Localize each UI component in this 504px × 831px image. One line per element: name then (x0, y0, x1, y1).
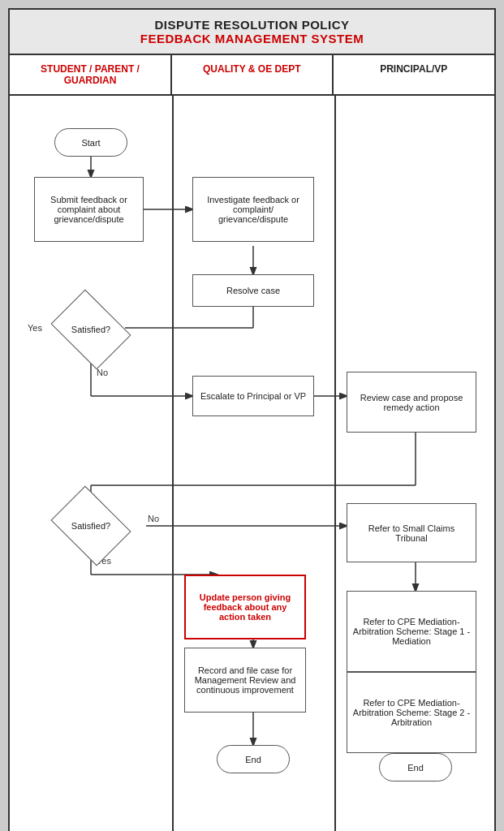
title-section: DISPUTE RESOLUTION POLICY FEEDBACK MANAG… (10, 10, 494, 55)
escalate-shape: Escalate to Principal or VP (192, 376, 314, 416)
satisfied1-shape: Satisfied? (57, 305, 125, 354)
resolve-shape: Resolve case (192, 274, 314, 307)
svg-text:Yes: Yes (28, 323, 42, 333)
col-header-principal: PRINCIPAL/VP (334, 55, 495, 94)
col-header-quality: QUALITY & OE DEPT (172, 55, 334, 94)
refer-cpe1-shape: Refer to CPE Mediation-Arbitration Schem… (347, 591, 476, 672)
svg-text:No: No (97, 368, 108, 377)
diagram-container: DISPUTE RESOLUTION POLICY FEEDBACK MANAG… (8, 8, 496, 831)
title-sub: FEEDBACK MANAGEMENT SYSTEM (14, 32, 490, 45)
end1-shape: End (217, 745, 290, 773)
col-header-student: STUDENT / PARENT / GUARDIAN (10, 55, 172, 94)
record-shape: Record and file case for Management Revi… (184, 648, 306, 713)
svg-text:No: No (148, 514, 159, 523)
refer-cpe2-shape: Refer to CPE Mediation-Arbitration Schem… (347, 672, 476, 753)
refer-tribunal-shape: Refer to Small Claims Tribunal (347, 503, 476, 562)
satisfied2-shape: Satisfied? (57, 502, 125, 550)
update-shape: Update person giving feedback about any … (184, 575, 306, 639)
end2-shape: End (379, 753, 452, 781)
investigate-shape: Investigate feedback or complaint/ griev… (192, 177, 314, 242)
start-shape: Start (54, 128, 127, 157)
flowchart-body: Yes No Yes No Start Submit feedback or c… (10, 96, 494, 831)
title-main: DISPUTE RESOLUTION POLICY (14, 18, 490, 32)
review-shape: Review case and propose remedy action (347, 372, 476, 433)
columns-header: STUDENT / PARENT / GUARDIAN QUALITY & OE… (10, 55, 494, 96)
submit-shape: Submit feedback or complaint about griev… (34, 177, 144, 242)
